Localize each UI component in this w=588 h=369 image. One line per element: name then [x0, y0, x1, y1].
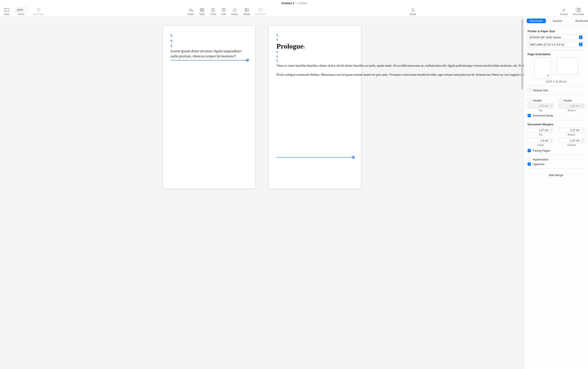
margins-title: Document Margins	[528, 123, 585, 126]
insert-button[interactable]: Insert	[185, 8, 197, 15]
updown-icon: ▴▾	[579, 36, 582, 39]
shape-label: Shape	[231, 13, 238, 15]
page-2[interactable]: ¶ ¶ Prologue¶ ¶ ¶ ¶ Vitae·et,·nunc·hasel…	[269, 26, 361, 189]
selection-handle-2[interactable]	[352, 156, 355, 159]
margin-bottom-value: 1.27 cm	[559, 129, 581, 132]
text-label: Text	[221, 13, 226, 15]
media-icon	[245, 8, 249, 12]
checkbox-checked[interactable]: ✓	[528, 114, 531, 117]
checkbox-checked[interactable]: ✓	[528, 163, 531, 166]
zoom-button[interactable]: 125% ⌄ Zoom	[12, 8, 31, 15]
header-top-value: 1.27 cm	[528, 104, 550, 107]
stepper-arrows[interactable]: ▴▾	[550, 138, 553, 143]
scrollbar-thumb[interactable]	[521, 19, 523, 90]
sidebar-icon	[4, 8, 9, 12]
hyphenation-row[interactable]: Hyphenation	[528, 158, 585, 161]
svg-point-16	[246, 9, 246, 10]
margin-outside-stepper[interactable]: 1.27 cm ▴▾	[559, 138, 585, 143]
stepper-arrows[interactable]: ▴▾	[550, 104, 553, 108]
vertical-text-row[interactable]: Vertical Text	[528, 89, 585, 92]
media-button[interactable]: Media	[241, 8, 253, 15]
stepper-arrows[interactable]: ▴▾	[581, 104, 584, 108]
page-1[interactable]: ¶ ¶ ¶ Lorem·ipsum·dolor·sit·amet,·ligula…	[163, 26, 255, 189]
chart-label: Chart	[210, 13, 216, 15]
empty-paragraphs: ¶ ¶ ¶	[171, 33, 248, 49]
table-label: Table	[199, 13, 205, 15]
orientation-portrait[interactable]: ✓	[534, 58, 551, 79]
comment-icon	[259, 8, 262, 12]
header-label: Header	[533, 99, 542, 102]
tab-document[interactable]: Document	[527, 19, 546, 23]
document-body-label: Document Body	[533, 114, 553, 117]
tab-bookmarks[interactable]: Bookmarks	[572, 19, 588, 23]
facing-pages-row[interactable]: ✓ Facing Pages	[528, 149, 585, 152]
paper-select[interactable]: Half Letter (5 1/2 x 8 1/2 in) ▴▾	[528, 42, 585, 47]
add-page-button[interactable]: Add Page	[30, 8, 46, 15]
view-button[interactable]: View	[1, 8, 12, 15]
header-top-stepper[interactable]: 1.27 cm ▴▾	[528, 103, 553, 108]
document-body-row[interactable]: ✓ Document Body	[528, 114, 585, 117]
margin-outside-value: 1.27 cm	[559, 139, 581, 142]
zoom-value: 125%	[17, 8, 23, 11]
svg-rect-15	[245, 9, 249, 11]
top-caption: Top	[528, 109, 553, 112]
check-icon: ✓	[547, 74, 549, 77]
selection-handle[interactable]	[246, 59, 249, 62]
checkbox-checked[interactable]: ✓	[528, 149, 531, 152]
header-row[interactable]: Header	[528, 99, 553, 102]
table-icon	[200, 8, 204, 12]
footer-bottom-stepper[interactable]: 1.52 cm ▴▾	[559, 103, 585, 108]
bottom-caption: Bottom	[559, 109, 585, 112]
stepper-arrows[interactable]: ▴▾	[550, 128, 553, 133]
orientation-title: Page Orientation	[528, 52, 585, 56]
printer-select[interactable]: EPSON WF-3540 Series ▴▾	[528, 35, 585, 40]
tab-section[interactable]: Section	[549, 19, 565, 23]
margin-inside-caption: Inside	[528, 144, 553, 146]
zoom-value-pill[interactable]: 125% ⌄	[15, 8, 28, 12]
format-label: Format	[560, 13, 568, 15]
ligatures-row[interactable]: ✓ Ligatures	[528, 163, 585, 166]
margin-bottom-caption: Bottom	[559, 133, 585, 136]
share-label: Share	[409, 13, 416, 15]
page2-heading[interactable]: Prologue¶	[277, 42, 353, 50]
format-icon	[562, 8, 566, 12]
inspector: Document Section Bookmarks Printer & Pap…	[524, 17, 588, 369]
text-button[interactable]: Text	[219, 8, 229, 15]
facing-pages-label: Facing Pages	[533, 149, 550, 152]
comment-button[interactable]: Comment	[253, 8, 269, 15]
paper-value: Half Letter (5 1/2 x 8 1/2 in)	[529, 43, 564, 46]
inspector-tabs: Document Section Bookmarks	[524, 17, 588, 25]
checkbox-unchecked[interactable]	[528, 89, 531, 92]
footer-row[interactable]: Footer	[559, 99, 585, 102]
page2-body[interactable]: Vitae·et,·nunc·hasellus·hasellus,·donec·…	[277, 63, 353, 77]
margin-top-value: 1.27 cm	[528, 129, 550, 132]
footer-bottom-value: 1.52 cm	[559, 104, 581, 107]
canvas-scroll[interactable]: ¶ ¶ ¶ Lorem·ipsum·dolor·sit·amet,·ligula…	[0, 17, 524, 369]
margin-inside-stepper[interactable]: 1.9 cm ▴▾	[528, 138, 553, 143]
margin-bottom-stepper[interactable]: 1.27 cm ▴▾	[559, 128, 585, 133]
plus-page-icon	[37, 8, 40, 12]
page1-text[interactable]: Lorem·ipsum·dolor·sit·amet,·ligula·suspe…	[171, 49, 248, 59]
printer-value: EPSON WF-3540 Series	[529, 36, 561, 39]
checkbox-unchecked[interactable]	[528, 158, 531, 161]
orientation-landscape[interactable]	[557, 58, 578, 74]
svg-rect-0	[4, 8, 9, 11]
chart-button[interactable]: Chart	[208, 8, 219, 15]
table-button[interactable]: Table	[196, 8, 207, 15]
view-label: View	[4, 13, 9, 15]
format-button[interactable]: Format	[557, 8, 570, 15]
footer-label: Footer	[564, 99, 572, 102]
vertical-text-label: Vertical Text	[533, 89, 548, 92]
checkbox-unchecked[interactable]	[528, 99, 531, 102]
margin-inside-value: 1.9 cm	[528, 139, 550, 142]
document-button[interactable]: Document	[570, 8, 587, 15]
share-button[interactable]: Share	[407, 8, 419, 15]
chart-icon	[211, 8, 215, 12]
document-icon	[575, 8, 582, 12]
checkbox-unchecked[interactable]	[559, 99, 562, 102]
margin-top-stepper[interactable]: 1.27 cm ▴▾	[528, 128, 553, 133]
stepper-arrows[interactable]: ▴▾	[581, 128, 584, 133]
stepper-arrows[interactable]: ▴▾	[581, 138, 584, 143]
shape-button[interactable]: Shape	[229, 8, 241, 15]
vertical-scrollbar[interactable]	[521, 17, 524, 369]
